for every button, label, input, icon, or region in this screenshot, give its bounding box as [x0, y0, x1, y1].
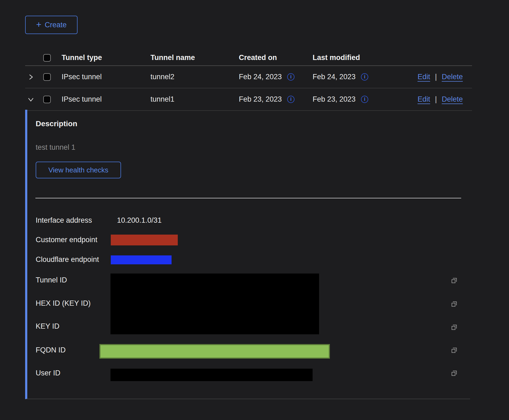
- copy-icon[interactable]: [451, 301, 458, 308]
- interface-address-label: Interface address: [36, 216, 92, 225]
- table-row-tunnel2: IPsec tunnel tunnel2 Feb 24, 2023 i Feb …: [25, 66, 472, 88]
- info-icon[interactable]: i: [287, 96, 294, 103]
- copy-icon[interactable]: [451, 324, 458, 331]
- tunnel-id-label: Tunnel ID: [36, 276, 67, 284]
- copy-icon[interactable]: [451, 277, 458, 284]
- chevron-right-icon[interactable]: [27, 74, 34, 81]
- last-modified-cell: Feb 24, 2023: [313, 73, 356, 81]
- tunnels-table: Tunnel type Tunnel name Created on Last …: [25, 50, 472, 111]
- info-icon[interactable]: i: [287, 73, 294, 81]
- column-header-tunnel-type: Tunnel type: [62, 54, 150, 62]
- row-checkbox[interactable]: [43, 96, 51, 103]
- info-icon[interactable]: i: [361, 73, 368, 81]
- tunnel-type-cell: IPsec tunnel: [62, 73, 150, 81]
- tunnel-name-cell: tunnel2: [150, 73, 239, 81]
- table-row-tunnel1: IPsec tunnel tunnel1 Feb 23, 2023 i Feb …: [25, 88, 472, 111]
- column-header-created-on: Created on: [239, 54, 313, 62]
- key-id-label: KEY ID: [36, 322, 59, 331]
- copy-icon[interactable]: [451, 347, 458, 354]
- plus-icon: +: [36, 20, 42, 29]
- description-value: test tunnel 1: [36, 143, 75, 152]
- table-header-row: Tunnel type Tunnel name Created on Last …: [25, 50, 472, 66]
- view-health-checks-button[interactable]: View health checks: [36, 162, 121, 178]
- delete-link[interactable]: Delete: [442, 95, 463, 104]
- edit-link[interactable]: Edit: [417, 73, 430, 81]
- customer-endpoint-label: Customer endpoint: [36, 236, 97, 244]
- user-id-redacted-value: [110, 369, 313, 381]
- row-checkbox[interactable]: [43, 73, 51, 81]
- column-header-last-modified: Last modified: [313, 54, 463, 62]
- interface-address-value: 10.200.1.0/31: [117, 216, 162, 225]
- delete-link[interactable]: Delete: [442, 73, 463, 81]
- edit-link[interactable]: Edit: [417, 95, 430, 104]
- action-separator: |: [435, 73, 437, 81]
- chevron-down-icon[interactable]: [27, 96, 34, 103]
- user-id-label: User ID: [36, 369, 61, 377]
- action-separator: |: [435, 95, 437, 104]
- created-on-cell: Feb 23, 2023: [239, 95, 282, 104]
- info-icon[interactable]: i: [361, 96, 368, 103]
- tunnel-type-cell: IPsec tunnel: [62, 95, 150, 104]
- create-button[interactable]: + Create: [25, 16, 78, 34]
- cloudflare-endpoint-label: Cloudflare endpoint: [36, 255, 99, 264]
- last-modified-cell: Feb 23, 2023: [313, 95, 356, 104]
- tunnel-name-cell: tunnel1: [150, 95, 239, 104]
- ids-redacted-value: [110, 274, 319, 334]
- customer-endpoint-redacted-value: [111, 235, 178, 245]
- hex-id-label: HEX ID (KEY ID): [36, 299, 91, 308]
- tunnel-detail-panel: Description test tunnel 1 View health ch…: [25, 110, 470, 399]
- fqdn-id-redacted-value: [99, 344, 330, 359]
- column-header-tunnel-name: Tunnel name: [150, 54, 239, 62]
- section-divider: [35, 198, 461, 198]
- created-on-cell: Feb 24, 2023: [239, 73, 282, 81]
- fqdn-id-label: FQDN ID: [36, 346, 66, 354]
- create-button-label: Create: [45, 21, 66, 29]
- description-label: Description: [36, 119, 77, 128]
- cloudflare-endpoint-redacted-value: [111, 255, 172, 264]
- copy-icon[interactable]: [451, 370, 458, 377]
- select-all-checkbox[interactable]: [43, 54, 51, 62]
